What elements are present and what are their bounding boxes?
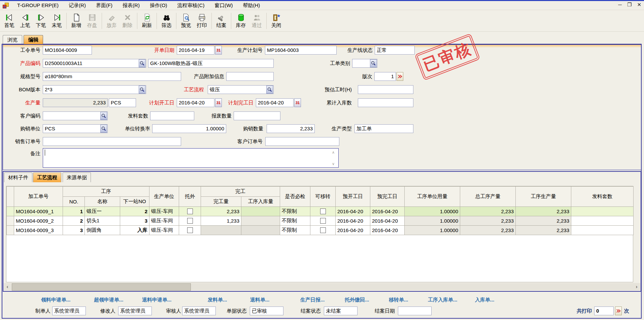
lookup-icon[interactable]: [370, 59, 377, 67]
cell-total-output[interactable]: 2,233: [460, 216, 516, 226]
first-record-button[interactable]: 首笔: [1, 11, 17, 31]
scroll-left-icon[interactable]: ‹: [4, 283, 11, 290]
cell-done-qty[interactable]: 1,233: [201, 216, 241, 226]
last-record-button[interactable]: 末笔: [49, 11, 65, 31]
new-button[interactable]: 新增: [68, 11, 84, 31]
scroll-up-icon[interactable]: ∧: [332, 151, 335, 154]
plan-end-field[interactable]: 2016-04-20: [256, 98, 294, 107]
cell-outsource[interactable]: [179, 216, 201, 226]
process-flow-field[interactable]: 锻压: [208, 85, 274, 94]
cell-movable[interactable]: [310, 216, 336, 226]
extra-info-field[interactable]: [226, 72, 274, 81]
conv-rate-field[interactable]: 1.00000: [152, 124, 226, 133]
menu-item-window[interactable]: 窗口(W): [209, 1, 238, 10]
cell-issue-sets[interactable]: [571, 216, 634, 226]
cell-unit[interactable]: 锻压-车间: [149, 207, 179, 216]
work-order-field[interactable]: MO1604-0009: [43, 46, 92, 55]
cell-pre-start[interactable]: 2016-04-20: [336, 216, 370, 226]
cell-movable[interactable]: [310, 207, 336, 216]
cell-unit-usage[interactable]: 1.00000: [405, 226, 460, 235]
scroll-down-icon[interactable]: ∨: [332, 162, 335, 165]
cell-outsource[interactable]: [179, 226, 201, 235]
movable-checkbox[interactable]: [320, 209, 326, 214]
cell-pre-end[interactable]: 2016-04-20: [370, 226, 405, 235]
cell-must-check[interactable]: 不限制: [280, 226, 310, 235]
close-button[interactable]: ✕: [637, 2, 641, 8]
filter-button[interactable]: 筛选: [159, 11, 174, 31]
preview-button[interactable]: 预览: [178, 11, 194, 31]
restore-button[interactable]: ❐: [627, 2, 632, 8]
scrollbar-thumb[interactable]: [12, 283, 191, 291]
row-selector[interactable]: [7, 216, 14, 226]
remark-textarea[interactable]: [43, 148, 339, 168]
sale-qty-field[interactable]: 2,233: [267, 124, 315, 133]
open-date-field[interactable]: 2016-04-19: [177, 46, 214, 55]
subtab-materials[interactable]: 材料子件: [4, 172, 32, 182]
cell-order[interactable]: MO1604-0009_3: [14, 226, 63, 235]
sale-unit-field[interactable]: PCS: [43, 124, 108, 133]
cell-next[interactable]: 2: [120, 207, 149, 216]
menu-item-report[interactable]: 报表(R): [117, 1, 145, 10]
link-process-in-doc[interactable]: 工序入库单...: [428, 296, 457, 303]
product-name-field[interactable]: GK-100WB散热器-锻压: [148, 59, 274, 68]
cell-in-qty[interactable]: [241, 216, 280, 226]
spec-field[interactable]: ⌀180*80mm: [43, 72, 181, 81]
link-return-doc[interactable]: 退料单...: [250, 296, 270, 303]
menu-item-flow-audit[interactable]: 流程审核(C): [172, 1, 210, 10]
lookup-icon[interactable]: [100, 112, 107, 120]
lookup-icon[interactable]: [139, 86, 145, 94]
plan-start-field[interactable]: 2016-04-20: [177, 98, 214, 107]
total-in-field[interactable]: [358, 98, 413, 107]
cell-no[interactable]: 1: [63, 207, 85, 216]
cell-no[interactable]: 2: [63, 216, 85, 226]
scrap-qty-field[interactable]: [234, 111, 280, 120]
cell-done-qty[interactable]: 2,233: [201, 207, 241, 216]
cell-issue-sets[interactable]: [571, 207, 634, 216]
calendar-icon[interactable]: 31: [215, 46, 222, 55]
movable-checkbox[interactable]: [320, 227, 326, 233]
outsource-checkbox[interactable]: [187, 209, 193, 214]
prod-qty-field[interactable]: 2,233: [43, 98, 108, 107]
cell-pre-start[interactable]: 2016-04-20: [336, 226, 370, 235]
link-return-request[interactable]: 退料申请单...: [142, 296, 172, 303]
print-count-field[interactable]: 0: [594, 307, 614, 315]
menu-item-operation[interactable]: 操作(O): [145, 1, 172, 10]
issue-sets-field[interactable]: [150, 111, 194, 120]
version-field[interactable]: 1: [374, 72, 396, 81]
link-in-doc[interactable]: 入库单...: [475, 296, 495, 303]
cell-pre-start[interactable]: 2016-04-20: [336, 207, 370, 216]
bom-version-field[interactable]: 2*3: [43, 85, 146, 94]
lookup-icon[interactable]: [100, 125, 107, 133]
lookup-icon[interactable]: [266, 86, 273, 94]
cell-unit[interactable]: 锻压-车间: [149, 226, 179, 235]
cell-proc-output[interactable]: 2,233: [516, 216, 571, 226]
menu-item-interface[interactable]: 界面(F): [91, 1, 117, 10]
line-status-field[interactable]: 正常: [375, 46, 415, 55]
cell-name[interactable]: 切头1: [85, 216, 120, 226]
cell-must-check[interactable]: 不限制: [280, 216, 310, 226]
scroll-right-icon[interactable]: ›: [633, 283, 640, 290]
cell-unit-usage[interactable]: 1.00000: [405, 216, 460, 226]
link-over-request[interactable]: 超领申请单...: [94, 296, 124, 303]
cell-movable[interactable]: [310, 226, 336, 235]
menu-item-record[interactable]: 记录(R): [64, 1, 91, 10]
horizontal-scrollbar[interactable]: ‹ ›: [4, 283, 640, 290]
calendar-icon[interactable]: 31: [215, 98, 222, 107]
cell-next[interactable]: 3: [120, 216, 149, 226]
cell-proc-output[interactable]: 2,233: [516, 226, 571, 235]
outsource-checkbox[interactable]: [187, 218, 193, 224]
print-spinner-icon[interactable]: [615, 307, 622, 315]
tab-browse[interactable]: 浏览: [3, 35, 22, 44]
link-transfer-doc[interactable]: 移转单...: [389, 296, 408, 303]
customer-order-field[interactable]: [265, 137, 339, 146]
cell-order[interactable]: MO1604-0009_1: [14, 207, 63, 216]
sales-order-field[interactable]: [43, 137, 181, 146]
menu-item-help[interactable]: 帮助(H): [238, 1, 265, 10]
link-daily-report[interactable]: 生产日报...: [300, 296, 325, 303]
cell-next[interactable]: 入库: [120, 226, 149, 235]
lookup-icon[interactable]: [139, 59, 145, 67]
cell-issue-sets[interactable]: [571, 226, 634, 235]
close-case-button[interactable]: 结案: [213, 11, 229, 31]
link-material-request[interactable]: 领料申请单...: [41, 296, 71, 303]
subtab-source[interactable]: 来源单据: [63, 172, 91, 182]
